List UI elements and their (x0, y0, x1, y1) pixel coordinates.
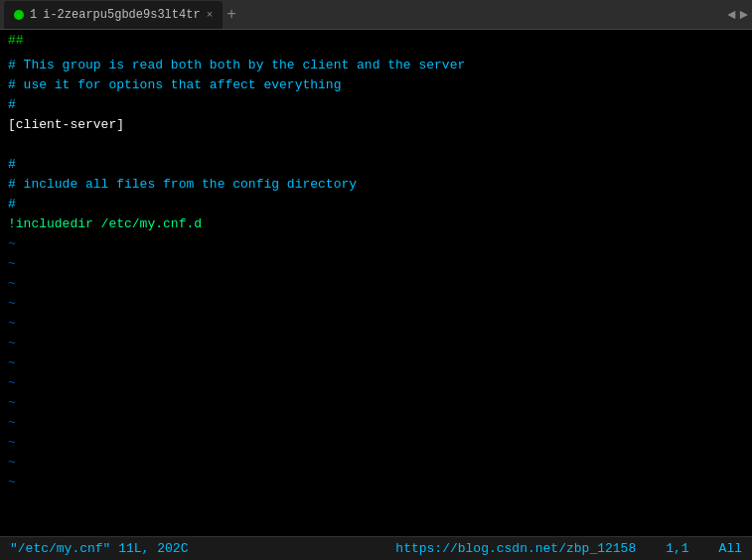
line-text: [client-server] (8, 115, 124, 135)
line-text: !includedir /etc/my.cnf.d (8, 214, 202, 234)
line-text: ~ (8, 274, 16, 294)
code-line: ~ (8, 473, 752, 492)
line-text: ~ (8, 254, 16, 274)
file-info: "/etc/my.cnf" 11L, 202C (10, 541, 188, 556)
code-line: ~ (8, 234, 752, 254)
code-line: ~ (8, 433, 752, 453)
line-text: ~ (8, 413, 16, 433)
status-right: https://blog.csdn.net/zbp_12158 1,1 All (395, 541, 742, 556)
code-line: ~ (8, 373, 752, 393)
line-text: # This group is read both both by the cl… (8, 56, 465, 75)
code-line: ~ (8, 294, 752, 314)
code-line: # (8, 95, 752, 115)
code-line: !includedir /etc/my.cnf.d (8, 214, 752, 234)
code-line: ~ (8, 334, 752, 353)
line-text: ~ (8, 453, 16, 473)
code-content[interactable]: # This group is read both both by the cl… (0, 52, 752, 536)
code-line: ~ (8, 254, 752, 274)
line-text: # (8, 155, 16, 175)
code-line: ~ (8, 413, 752, 433)
status-url: https://blog.csdn.net/zbp_12158 (395, 541, 636, 556)
line-text: ~ (8, 433, 16, 453)
tab-number: 1 (30, 8, 37, 22)
code-line: # (8, 155, 752, 175)
tab-status-dot (14, 10, 24, 20)
title-bar: 1 i-2zearpu5gbde9s3lt4tr × + ◄ ► (0, 0, 752, 30)
code-line: [client-server] (8, 115, 752, 135)
scroll-indicator: All (719, 541, 742, 556)
line-text: # (8, 95, 16, 115)
code-line (8, 135, 752, 155)
tab-name: i-2zearpu5gbde9s3lt4tr (43, 8, 200, 22)
code-line: ~ (8, 353, 752, 373)
vim-indicator: ## (8, 32, 24, 50)
nav-buttons: ◄ ► (727, 7, 748, 23)
line-text: # include all files from the config dire… (8, 175, 357, 195)
status-bar: "/etc/my.cnf" 11L, 202C https://blog.csd… (0, 536, 752, 560)
line-text: ~ (8, 234, 16, 254)
editor-area: # This group is read both both by the cl… (0, 52, 752, 536)
line-text: ~ (8, 353, 16, 373)
line-text: ~ (8, 473, 16, 492)
tab-close-button[interactable]: × (207, 9, 214, 21)
line-text: ~ (8, 373, 16, 393)
nav-forward-button[interactable]: ► (740, 7, 748, 23)
line-text: ~ (8, 393, 16, 413)
line-text: # (8, 195, 16, 214)
code-line: ~ (8, 274, 752, 294)
new-tab-button[interactable]: + (226, 6, 236, 24)
code-line: ~ (8, 314, 752, 334)
code-line: ~ (8, 453, 752, 473)
code-line: # include all files from the config dire… (8, 175, 752, 195)
line-text: ~ (8, 294, 16, 314)
code-line: # This group is read both both by the cl… (8, 56, 752, 75)
code-line: # (8, 195, 752, 214)
lines-container: # This group is read both both by the cl… (8, 56, 752, 492)
line-text: # use it for options that affect everyth… (8, 75, 341, 95)
vim-top-bar: ## (0, 30, 752, 52)
cursor-position: 1,1 (666, 541, 688, 556)
code-line: ~ (8, 393, 752, 413)
line-text: ~ (8, 334, 16, 353)
editor-tab[interactable]: 1 i-2zearpu5gbde9s3lt4tr × (4, 1, 223, 29)
code-line: # use it for options that affect everyth… (8, 75, 752, 95)
line-text: ~ (8, 314, 16, 334)
nav-back-button[interactable]: ◄ (727, 7, 735, 23)
